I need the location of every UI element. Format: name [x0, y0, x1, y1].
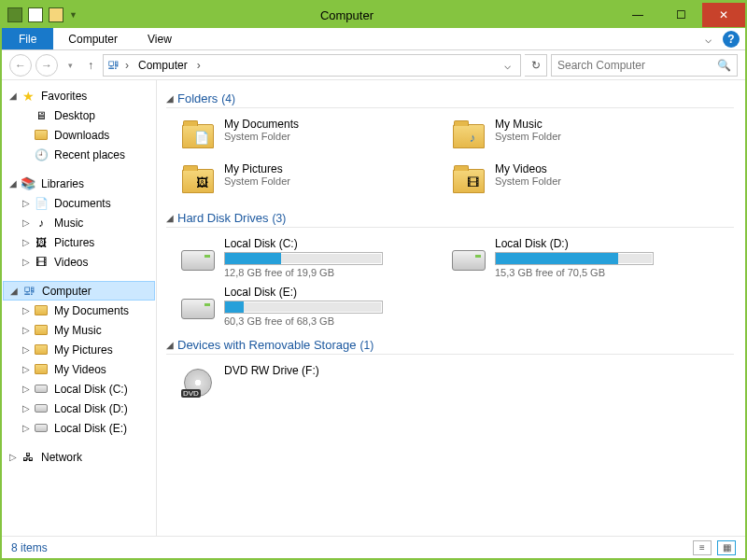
drive-icon — [34, 382, 49, 397]
tree-mymusic[interactable]: ▷My Music — [2, 320, 156, 340]
tree-drive-c[interactable]: ▷Local Disk (C:) — [2, 379, 156, 399]
body: ◢ ★ Favorites ▸🖥Desktop ▸Downloads ▸🕘Rec… — [2, 80, 745, 536]
tree-computer[interactable]: ◢ 🖳 Computer — [3, 281, 155, 301]
expand-icon[interactable]: ▷ — [21, 305, 32, 315]
tree-recent[interactable]: ▸🕘Recent places — [2, 145, 156, 164]
drive-icon — [179, 237, 217, 274]
expand-icon[interactable]: ▷ — [21, 423, 32, 433]
window-controls: — ☐ ✕ — [616, 3, 745, 27]
tile-mydocuments[interactable]: 📄 My DocumentsSystem Folder — [177, 116, 430, 157]
search-icon: 🔍 — [717, 59, 731, 72]
documents-icon: 📄 — [34, 196, 49, 211]
group-header-folders[interactable]: ◢ Folders (4) — [166, 91, 734, 108]
folder-docs-icon: 📄 — [179, 118, 217, 155]
tree-drive-d[interactable]: ▷Local Disk (D:) — [2, 399, 156, 418]
view-switcher: ≡ ▦ — [693, 540, 736, 555]
pictures-icon: 🖼 — [34, 235, 49, 250]
address-dropdown-icon[interactable]: ⌵ — [499, 59, 516, 72]
expand-icon[interactable]: ▷ — [7, 452, 19, 462]
details-view-button[interactable]: ≡ — [693, 540, 712, 555]
explorer-window: ▼ Computer — ☐ ✕ File Computer View ⌵ ? … — [0, 0, 747, 560]
back-button[interactable]: ← — [9, 54, 32, 77]
expand-icon[interactable]: ▷ — [21, 384, 32, 394]
expand-icon[interactable]: ▷ — [21, 217, 32, 228]
close-button[interactable]: ✕ — [702, 3, 745, 27]
drive-icon — [179, 286, 217, 323]
network-icon: 🖧 — [21, 450, 35, 465]
space-bar — [224, 301, 383, 314]
tile-drive-d[interactable]: Local Disk (D:) 15,3 GB free of 70,5 GB — [448, 235, 700, 280]
quick-access-toolbar: ▼ — [7, 7, 78, 22]
tree-mydocuments[interactable]: ▷My Documents — [2, 301, 156, 320]
nav-pane: ◢ ★ Favorites ▸🖥Desktop ▸Downloads ▸🕘Rec… — [2, 80, 157, 536]
qat-newfolder-icon[interactable] — [49, 7, 63, 22]
favorites-icon: ★ — [21, 89, 35, 104]
tree-network[interactable]: ▷ 🖧 Network — [2, 447, 156, 467]
computer-icon: 🖳 — [107, 58, 120, 72]
tree-music[interactable]: ▷♪Music — [2, 213, 156, 232]
collapse-icon[interactable]: ◢ — [166, 93, 174, 104]
tree-myvideos[interactable]: ▷My Videos — [2, 359, 156, 379]
ribbon-tab-computer[interactable]: Computer — [53, 28, 133, 49]
music-icon: ♪ — [34, 216, 49, 231]
collapse-icon[interactable]: ◢ — [8, 286, 20, 296]
folder-icon — [34, 323, 49, 338]
expand-icon[interactable]: ▷ — [21, 403, 32, 413]
tree-favorites[interactable]: ◢ ★ Favorites — [2, 86, 156, 105]
tree-drive-e[interactable]: ▷Local Disk (E:) — [2, 418, 156, 438]
content-pane: ◢ Folders (4) 📄 My DocumentsSystem Folde… — [157, 80, 745, 536]
tree-documents[interactable]: ▷📄Documents — [2, 193, 156, 213]
folder-videos-icon: 🎞 — [450, 162, 487, 200]
tree-desktop[interactable]: ▸🖥Desktop — [2, 105, 156, 125]
titlebar[interactable]: ▼ Computer — ☐ ✕ — [2, 2, 745, 28]
ribbon-expand-icon[interactable]: ⌵ — [698, 28, 719, 49]
collapse-icon[interactable]: ◢ — [166, 340, 174, 350]
breadcrumb-separator-icon[interactable] — [123, 59, 131, 72]
tree-pictures[interactable]: ▷🖼Pictures — [2, 232, 156, 252]
history-dropdown-icon[interactable]: ▾ — [62, 54, 78, 77]
qat-icon[interactable] — [7, 7, 22, 22]
tree-videos[interactable]: ▷🎞Videos — [2, 252, 156, 272]
tree-mypictures[interactable]: ▷My Pictures — [2, 340, 156, 359]
qat-properties-icon[interactable] — [28, 7, 43, 22]
folders-tiles: 📄 My DocumentsSystem Folder ♪ My MusicSy… — [177, 116, 734, 202]
collapse-icon[interactable]: ◢ — [166, 213, 174, 223]
search-box[interactable]: 🔍 — [551, 54, 738, 77]
tree-libraries[interactable]: ◢ 📚 Libraries — [2, 174, 156, 193]
up-button[interactable]: ↑ — [82, 57, 99, 74]
qat-dropdown-icon[interactable]: ▼ — [69, 10, 78, 20]
expand-icon[interactable]: ▷ — [21, 257, 32, 267]
expand-icon[interactable]: ▷ — [21, 344, 32, 355]
forward-button[interactable]: → — [35, 54, 58, 77]
maximize-button[interactable]: ☐ — [659, 3, 702, 27]
expand-icon[interactable]: ▷ — [21, 364, 32, 374]
collapse-icon[interactable]: ◢ — [7, 91, 19, 101]
refresh-button[interactable]: ↻ — [525, 54, 547, 77]
ribbon-tab-view[interactable]: View — [133, 28, 187, 49]
tile-drive-e[interactable]: Local Disk (E:) 60,3 GB free of 68,3 GB — [177, 284, 430, 329]
collapse-icon[interactable]: ◢ — [7, 178, 19, 189]
breadcrumb-root[interactable]: Computer — [134, 59, 191, 72]
tile-myvideos[interactable]: 🎞 My VideosSystem Folder — [448, 161, 700, 202]
tile-dvd[interactable]: DVD DVD RW Drive (F:) — [177, 362, 430, 403]
search-input[interactable] — [557, 59, 707, 72]
tree-downloads[interactable]: ▸Downloads — [2, 125, 156, 145]
minimize-button[interactable]: — — [616, 3, 659, 27]
expand-icon[interactable]: ▷ — [21, 325, 32, 335]
group-header-drives[interactable]: ◢ Hard Disk Drives (3) — [166, 211, 734, 228]
expand-icon[interactable]: ▷ — [21, 237, 32, 247]
tile-mypictures[interactable]: 🖼 My PicturesSystem Folder — [177, 161, 430, 202]
drive-icon — [450, 237, 487, 274]
folder-icon — [34, 362, 49, 377]
breadcrumb-separator-icon[interactable] — [195, 59, 203, 72]
removable-tiles: DVD DVD RW Drive (F:) — [177, 362, 734, 403]
group-header-removable[interactable]: ◢ Devices with Removable Storage (1) — [166, 338, 734, 355]
tiles-view-button[interactable]: ▦ — [717, 540, 736, 555]
tile-mymusic[interactable]: ♪ My MusicSystem Folder — [448, 116, 700, 157]
address-bar[interactable]: 🖳 Computer ⌵ — [103, 54, 521, 77]
file-menu[interactable]: File — [2, 28, 53, 49]
window-title: Computer — [78, 8, 616, 22]
help-icon[interactable]: ? — [723, 31, 740, 48]
expand-icon[interactable]: ▷ — [21, 198, 32, 208]
tile-drive-c[interactable]: Local Disk (C:) 12,8 GB free of 19,9 GB — [177, 235, 430, 280]
